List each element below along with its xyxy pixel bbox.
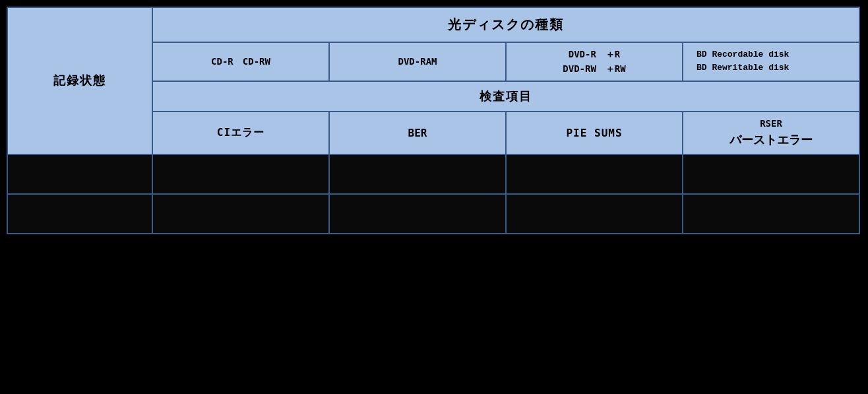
data-cell-row2-col1: [152, 194, 329, 234]
data-cell-row1-col1: [152, 154, 329, 194]
row-header-cell: 記録状態: [7, 7, 152, 154]
col-bd-header: BD Recordable disk BD Rewritable disk: [683, 42, 859, 81]
col-pie-header: PIE SUMS: [506, 112, 683, 154]
col-dvdr-header: DVD-R ＋R DVD-RW ＋RW: [506, 42, 683, 81]
inspection-header: 検査項目: [152, 81, 859, 112]
data-cell-row1-col4: [683, 154, 859, 194]
data-row-1: [7, 154, 859, 194]
col-cdr-header: CD-R CD-RW: [152, 42, 329, 81]
disc-type-header: 光ディスクの種類: [152, 7, 859, 42]
data-cell-row2-col2: [329, 194, 506, 234]
data-cell-row1-col3: [506, 154, 683, 194]
col-ber-header: BER: [329, 112, 506, 154]
data-row-2: [7, 194, 859, 234]
data-cell-row1-col0: [7, 154, 152, 194]
main-table: 記録状態 光ディスクの種類 CD-R CD-RW DVD-RAM DVD-R ＋…: [7, 7, 860, 234]
col-rser-header: RSER バーストエラー: [683, 112, 859, 154]
data-cell-row2-col4: [683, 194, 859, 234]
data-cell-row2-col0: [7, 194, 152, 234]
col-dvdram-header: DVD-RAM: [329, 42, 506, 81]
data-cell-row1-col2: [329, 154, 506, 194]
col-ci-header: CIエラー: [152, 112, 329, 154]
header-row-1: 記録状態 光ディスクの種類: [7, 7, 859, 42]
table-container: 記録状態 光ディスクの種類 CD-R CD-RW DVD-RAM DVD-R ＋…: [7, 7, 860, 234]
data-cell-row2-col3: [506, 194, 683, 234]
